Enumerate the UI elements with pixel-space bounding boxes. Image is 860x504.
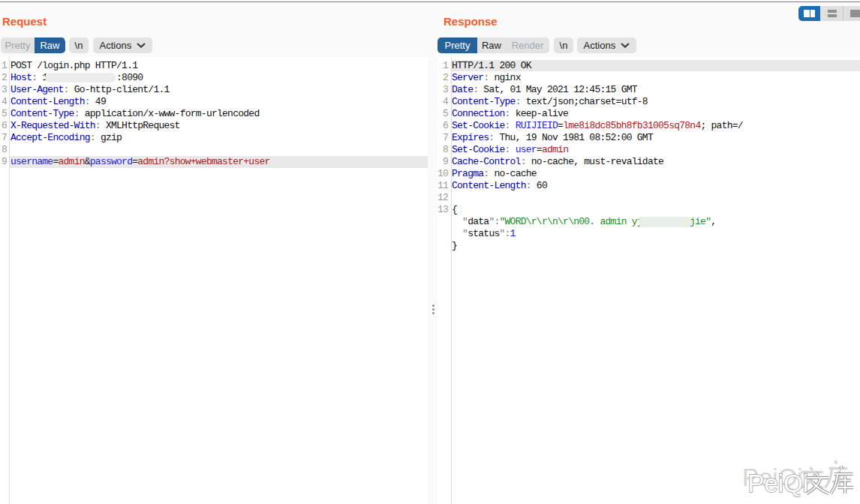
svg-text:PeiQi: PeiQi [748, 470, 809, 497]
